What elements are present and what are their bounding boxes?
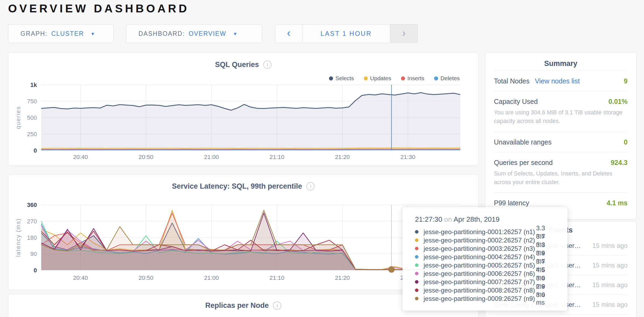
tooltip-date: Apr 28th, 2019 [453, 215, 500, 223]
tooltip-row: jesse-geo-partitioning-0004:26257 (n4)3.… [415, 253, 555, 261]
summary-row-unavailable-ranges: Unavailable ranges 0 [494, 132, 628, 152]
tooltip-on: on [444, 215, 452, 223]
service-latency-chart-title: Service Latency: SQL, 99th percentile [172, 182, 302, 191]
svg-text:1k: 1k [30, 82, 37, 88]
tooltip-row: jesse-geo-partitioning-0002:26257 (n2)3.… [415, 236, 555, 244]
series-dot-icon [415, 272, 418, 275]
series-dot-icon [415, 297, 418, 300]
qps-note: Sum of Selects, Updates, Inserts, and De… [494, 169, 628, 187]
series-dot-icon [415, 238, 418, 242]
dashboard-dropdown-value: OVERVIEW [189, 30, 226, 37]
series-dot-icon [415, 230, 418, 234]
chevron-left-icon: ‹ [287, 27, 290, 39]
tooltip-node-name: jesse-geo-partitioning-0002:26257 (n2) [424, 237, 536, 244]
svg-text:750: 750 [27, 98, 37, 105]
svg-text:0: 0 [34, 147, 37, 154]
info-icon[interactable]: i [273, 301, 281, 310]
p99-latency-label: P99 latency [494, 199, 529, 207]
sql-queries-chart[interactable]: 20:4020:5021:0021:1021:2021:300250500750… [8, 79, 479, 163]
summary-row-total-nodes: Total Nodes View nodes list 9 [494, 71, 628, 91]
series-dot-icon [415, 263, 418, 267]
tooltip-row: jesse-geo-partitioning-0005:26257 (n5)3.… [415, 261, 555, 269]
page-title: OVERVIEW DASHBOARD [8, 2, 189, 15]
tooltip-node-name: jesse-geo-partitioning-0003:26257 (n3) [424, 245, 536, 252]
info-icon[interactable]: i [306, 182, 315, 191]
summary-title: Summary [494, 52, 628, 71]
replicas-chart-title: Replicas per Node [205, 301, 269, 310]
series-dot-icon [415, 247, 418, 250]
tooltip-row: jesse-geo-partitioning-0007:26257 (n7)3.… [415, 278, 555, 286]
sql-queries-chart-title: SQL Queries [215, 61, 259, 69]
chevron-down-icon: ▾ [92, 31, 94, 37]
svg-text:latency (ms): latency (ms) [15, 218, 22, 257]
summary-panel: Summary Total Nodes View nodes list 9 Ca… [485, 52, 636, 219]
svg-text:queries: queries [15, 106, 22, 129]
svg-text:20:40: 20:40 [73, 274, 88, 281]
svg-text:21:30: 21:30 [400, 154, 415, 160]
tooltip-node-name: jesse-geo-partitioning-0007:26257 (n7) [424, 278, 536, 286]
svg-text:20:50: 20:50 [139, 154, 153, 160]
tooltip-node-name: jesse-geo-partitioning-0001:26257 (n1) [424, 228, 536, 236]
graph-dropdown-value: CLUSTER [51, 30, 84, 37]
hover-tooltip: 21:27:30 on Apr 28th, 2019 jesse-geo-par… [403, 207, 567, 311]
capacity-used-note: You are using 304.6 MiB of 3.1 TiB usabl… [494, 108, 628, 126]
view-nodes-list-link[interactable]: View nodes list [535, 77, 580, 85]
tooltip-row: jesse-geo-partitioning-0008:26257 (n8)2.… [415, 286, 555, 294]
tooltip-row: jesse-geo-partitioning-0003:26257 (n3)3.… [415, 244, 555, 253]
svg-text:20:40: 20:40 [73, 154, 88, 160]
summary-row-capacity: Capacity Used 0.01% You are using 304.6 … [494, 91, 628, 132]
info-icon[interactable]: i [263, 61, 272, 69]
capacity-used-label: Capacity Used [494, 98, 538, 105]
chevron-down-icon: ▾ [234, 31, 237, 37]
time-range-selector: ‹ LAST 1 HOUR › [275, 24, 418, 43]
svg-text:0: 0 [34, 267, 37, 274]
dashboard-dropdown-label: DASHBOARD: [139, 30, 185, 37]
svg-text:21:00: 21:00 [204, 274, 219, 281]
svg-text:21:00: 21:00 [204, 154, 219, 160]
event-timestamp: 15 mins ago [590, 242, 628, 250]
svg-text:360: 360 [27, 202, 37, 208]
event-timestamp: 15 mins ago [590, 281, 628, 289]
tooltip-node-name: jesse-geo-partitioning-0009:26257 (n9) [424, 295, 536, 302]
summary-row-qps: Queries per second 924.3 Sum of Selects,… [494, 152, 628, 193]
graph-dropdown[interactable]: GRAPH: CLUSTER ▾ [8, 24, 114, 43]
unavailable-ranges-label: Unavailable ranges [494, 138, 552, 146]
series-dot-icon [415, 255, 418, 259]
sql-queries-card: SQL Queries i SelectsUpdatesInsertsDelet… [8, 52, 479, 166]
tooltip-row: jesse-geo-partitioning-0006:26257 (n6)4.… [415, 269, 555, 278]
dashboard-dropdown[interactable]: DASHBOARD: OVERVIEW ▾ [126, 24, 262, 43]
unavailable-ranges-value: 0 [624, 138, 628, 146]
tooltip-row: jesse-geo-partitioning-0001:26257 (n1)3.… [415, 228, 555, 236]
series-dot-icon [415, 280, 418, 284]
tooltip-node-name: jesse-geo-partitioning-0006:26257 (n6) [424, 270, 536, 277]
svg-text:180: 180 [27, 234, 37, 241]
event-timestamp: 15 mins ago [590, 261, 628, 269]
graph-dropdown-label: GRAPH: [20, 30, 47, 37]
chevron-right-icon: › [402, 27, 406, 39]
total-nodes-label: Total Nodes [494, 77, 529, 85]
p99-latency-value: 4.1 ms [607, 199, 628, 207]
svg-text:20:50: 20:50 [139, 274, 153, 281]
svg-text:250: 250 [27, 131, 37, 138]
tooltip-node-name: jesse-geo-partitioning-0005:26257 (n5) [424, 262, 536, 269]
tooltip-row: jesse-geo-partitioning-0009:26257 (n9)3.… [415, 294, 555, 303]
event-timestamp: 15 mins ago [590, 301, 628, 309]
time-range-next-button[interactable]: › [390, 24, 418, 43]
svg-text:21:20: 21:20 [335, 154, 350, 160]
svg-text:270: 270 [27, 218, 37, 225]
time-range-display[interactable]: LAST 1 HOUR [302, 24, 390, 43]
qps-label: Queries per second [494, 159, 553, 167]
total-nodes-value: 9 [624, 77, 628, 85]
qps-value: 924.3 [611, 159, 628, 167]
series-dot-icon [415, 288, 418, 292]
tooltip-header: 21:27:30 on Apr 28th, 2019 [415, 215, 555, 224]
tooltip-time: 21:27:30 [415, 215, 442, 223]
time-range-prev-button[interactable]: ‹ [275, 24, 302, 43]
tooltip-node-name: jesse-geo-partitioning-0008:26257 (n8) [424, 287, 536, 294]
svg-text:21:10: 21:10 [269, 154, 284, 160]
svg-text:90: 90 [30, 251, 37, 257]
svg-text:21:10: 21:10 [269, 274, 284, 281]
svg-text:21:20: 21:20 [335, 274, 350, 281]
tooltip-node-name: jesse-geo-partitioning-0004:26257 (n4) [424, 253, 536, 261]
capacity-used-value: 0.01% [608, 98, 628, 105]
